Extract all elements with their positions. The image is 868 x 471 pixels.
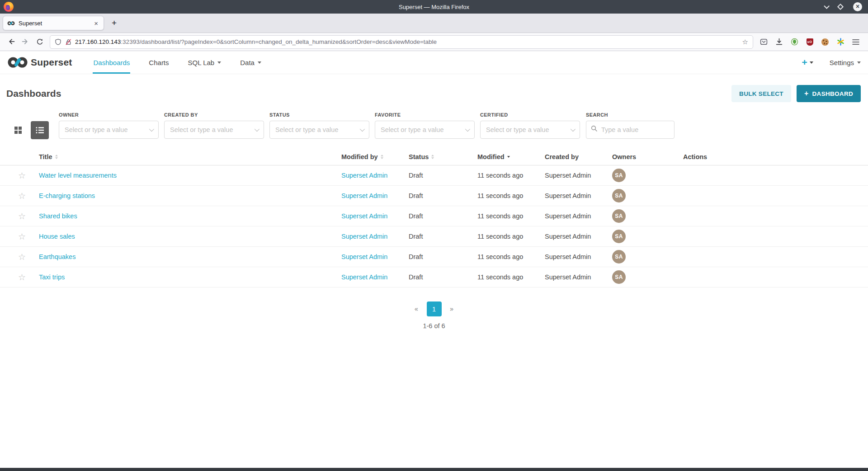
cookie-extension-icon[interactable] [818,35,832,49]
modified-by-link[interactable]: Superset Admin [341,172,387,179]
colorful-asterisk-extension-icon[interactable] [834,35,847,49]
window-minimize-icon[interactable] [824,3,830,9]
brand-name: Superset [31,57,72,68]
search-input[interactable] [586,121,675,139]
dashboard-title-link[interactable]: Taxi trips [39,273,65,281]
status-cell: Draft [409,212,423,220]
owner-avatar[interactable]: SA [612,189,626,203]
superset-brand[interactable]: Superset [7,51,72,74]
browser-tab-bar: Superset × + [0,14,868,33]
chevron-down-icon [465,127,470,132]
filter-placeholder: Select or type a value [65,126,127,133]
tracking-shield-icon[interactable] [55,38,61,46]
superset-favicon-icon [7,21,15,26]
filter-placeholder: Select or type a value [275,126,338,133]
filter-group: CREATED BY Select or type a value [164,112,264,139]
favorite-star-icon[interactable]: ☆ [18,170,26,180]
screen-bottom-edge [0,468,868,471]
search-icon [591,125,597,132]
favorite-star-icon[interactable]: ☆ [18,191,26,201]
grid-icon [14,126,22,134]
dashboard-title-link[interactable]: E-charging stations [39,192,95,199]
nav-item-data[interactable]: Data [240,51,262,74]
dashboard-title-link[interactable]: Shared bikes [39,212,77,220]
window-title: Superset — Mozilla Firefox [0,4,868,10]
insecure-lock-icon[interactable] [65,38,72,46]
owner-avatar[interactable]: SA [612,169,626,182]
search-filter-group: SEARCH [586,112,675,139]
chevron-down-icon [810,61,813,64]
favorite-star-icon[interactable]: ☆ [18,231,26,241]
prev-page-button[interactable]: « [410,303,422,315]
url-bar[interactable]: 217.160.120.143:32393/dashboard/list/?pa… [50,35,753,49]
owner-avatar[interactable]: SA [612,270,626,284]
favorite-star-icon[interactable]: ☆ [18,211,26,221]
filter-select[interactable]: Select or type a value [164,121,264,139]
menu-hamburger-icon[interactable] [849,35,863,49]
filter-select[interactable]: Select or type a value [375,121,475,139]
forward-icon[interactable] [18,35,33,49]
owner-avatar[interactable]: SA [612,230,626,243]
dashboard-title-link[interactable]: Earthquakes [39,253,75,260]
status-cell: Draft [409,273,423,281]
browser-toolbar: 217.160.120.143:32393/dashboard/list/?pa… [0,33,868,51]
nav-item-sql-lab[interactable]: SQL Lab [188,51,222,74]
filter-select[interactable]: Select or type a value [59,121,159,139]
modified-cell: 11 seconds ago [477,192,523,199]
ublock-origin-icon[interactable]: uO [803,35,816,49]
filter-placeholder: Select or type a value [170,126,233,133]
modified-by-link[interactable]: Superset Admin [341,233,387,240]
status-cell: Draft [409,172,423,179]
owner-avatar[interactable]: SA [612,250,626,264]
plus-icon: + [804,89,809,98]
chevron-down-icon [255,127,259,132]
column-header-title[interactable]: Title [39,153,341,160]
tab-close-icon[interactable]: × [93,19,99,27]
modified-by-link[interactable]: Superset Admin [341,212,387,220]
window-titlebar: Superset — Mozilla Firefox × [0,0,868,14]
settings-menu[interactable]: Settings [830,59,861,66]
dashboard-title-link[interactable]: House sales [39,233,75,240]
nav-item-charts[interactable]: Charts [148,51,169,74]
nav-item-dashboards[interactable]: Dashboards [93,51,130,74]
bookmark-star-icon[interactable]: ☆ [739,38,748,46]
superset-logo-icon [7,56,28,69]
card-view-toggle[interactable] [9,121,27,139]
filter-select[interactable]: Select or type a value [269,121,369,139]
column-header-modified[interactable]: Modified [477,153,545,160]
favorite-star-icon[interactable]: ☆ [18,272,26,282]
filter-group: CERTIFIED Select or type a value [480,112,580,139]
favorite-star-icon[interactable]: ☆ [18,252,26,262]
window-maximize-icon[interactable] [837,4,844,10]
sort-desc-icon [507,156,510,158]
modified-by-link[interactable]: Superset Admin [341,253,387,260]
modified-cell: 11 seconds ago [477,273,523,281]
back-icon[interactable] [4,35,18,49]
filter-select[interactable]: Select or type a value [480,121,580,139]
table-row: ☆ Earthquakes Superset Admin Draft 11 se… [0,247,868,267]
new-tab-button[interactable]: + [107,17,122,29]
page-header: Dashboards BULK SELECT + DASHBOARD [0,74,868,109]
extension-leaf-icon[interactable] [788,35,801,49]
superset-navbar: Superset Dashboards Charts SQL Lab Data … [0,51,868,74]
url-text: 217.160.120.143:32393/dashboard/list/?pa… [75,38,437,45]
new-item-dropdown-button[interactable]: + [802,57,813,68]
next-page-button[interactable]: » [446,303,458,315]
window-close-icon[interactable]: × [853,2,862,11]
column-header-status[interactable]: Status [409,153,477,160]
browser-tab-superset[interactable]: Superset × [3,16,104,30]
new-dashboard-button[interactable]: + DASHBOARD [797,85,861,102]
downloads-icon[interactable] [772,35,786,49]
modified-by-link[interactable]: Superset Admin [341,273,387,281]
list-view-toggle[interactable] [31,121,49,139]
owner-avatar[interactable]: SA [612,209,626,223]
chevron-down-icon [857,61,861,64]
page-1-button[interactable]: 1 [427,301,442,316]
created-by-cell: Superset Admin [545,172,591,179]
reload-icon[interactable] [33,35,47,49]
column-header-modified-by[interactable]: Modified by [341,153,409,160]
dashboard-title-link[interactable]: Water level measurements [39,172,117,179]
modified-by-link[interactable]: Superset Admin [341,192,387,199]
bulk-select-button[interactable]: BULK SELECT [731,85,791,102]
pocket-icon[interactable] [757,35,770,49]
